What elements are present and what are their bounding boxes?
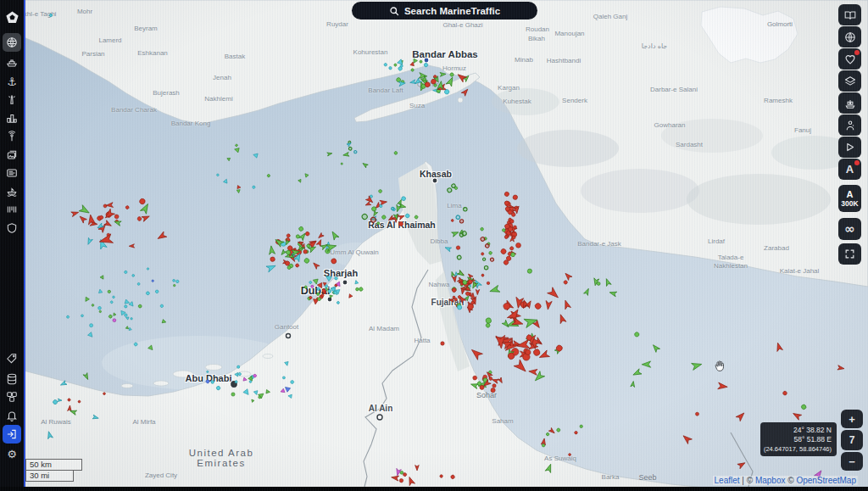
- vessel-marker: [504, 235, 509, 239]
- database-icon[interactable]: [3, 370, 21, 388]
- vessel-marker: [148, 345, 154, 351]
- ports-anchor-icon[interactable]: ⚓: [3, 72, 21, 91]
- guide-book-icon[interactable]: [838, 4, 861, 25]
- vessel-marker: [481, 274, 485, 277]
- vessel-marker: [86, 237, 92, 245]
- vessel-marker: [393, 63, 397, 66]
- tag-icon[interactable]: [3, 349, 21, 368]
- vessel-marker: [216, 173, 220, 176]
- vessel-marker: [359, 287, 364, 292]
- vessel-marker: [440, 72, 446, 76]
- map-globe-icon[interactable]: [3, 33, 21, 52]
- stations-antenna-icon[interactable]: [3, 127, 21, 146]
- vessel-marker: [251, 399, 254, 402]
- news-card-icon[interactable]: [3, 164, 21, 182]
- vessel-marker: [459, 220, 464, 224]
- vessel-marker: [155, 289, 159, 293]
- vessels-icon[interactable]: [3, 53, 21, 72]
- vessel-marker: [139, 198, 147, 205]
- layers-icon[interactable]: [838, 70, 861, 92]
- play-icon[interactable]: [838, 137, 861, 158]
- vessel-marker: [285, 361, 289, 365]
- vessel-marker: [100, 276, 105, 281]
- zoom-in-button[interactable]: +: [841, 410, 863, 428]
- vessel-marker: [423, 63, 428, 68]
- vessel-count-value: 300K: [841, 199, 858, 208]
- vessel-marker: [103, 204, 108, 209]
- vessel-marker: [137, 282, 140, 285]
- vessel-marker: [92, 304, 94, 306]
- map-toolbar: A A 300K ∞: [838, 0, 861, 288]
- data-barcode-icon[interactable]: [3, 200, 21, 219]
- globe-icon[interactable]: [838, 26, 861, 47]
- vessel-marker: [449, 72, 454, 77]
- vessel-marker: [642, 361, 651, 368]
- openstreetmap-link[interactable]: OpenStreetMap: [796, 476, 856, 485]
- vessel-markers-layer[interactable]: [0, 0, 868, 487]
- vessel-marker: [545, 463, 554, 472]
- vessel-marker: [234, 147, 239, 152]
- vessel-marker: [564, 271, 572, 280]
- infinity-icon[interactable]: ∞: [838, 218, 861, 240]
- vessel-marker: [113, 312, 116, 315]
- protect-shield-icon[interactable]: [3, 219, 21, 237]
- fullscreen-icon[interactable]: [838, 243, 861, 265]
- settings-gear-icon[interactable]: ⚙: [3, 444, 21, 463]
- vessel-marker: [131, 317, 133, 320]
- vessel-marker: [737, 460, 747, 469]
- vessel-marker: [419, 73, 427, 80]
- vessel-marker: [415, 215, 419, 219]
- mapbox-link[interactable]: Mapbox: [755, 476, 786, 485]
- vessel-marker: [156, 232, 166, 241]
- vessel-marker: [236, 365, 240, 369]
- vessel-marker: [316, 287, 320, 291]
- vessel-marker: [59, 381, 67, 388]
- notifications-bell-icon[interactable]: [3, 406, 21, 425]
- vessel-marker: [90, 324, 93, 327]
- vessel-marker: [331, 258, 337, 265]
- vessel-marker: [509, 246, 515, 251]
- vessel-marker: [441, 342, 444, 345]
- marinetraffic-logo[interactable]: [3, 8, 21, 26]
- vessel-marker: [313, 279, 319, 285]
- vessel-marker: [173, 284, 175, 287]
- vessel-marker: [282, 377, 285, 379]
- vessel-marker: [58, 399, 62, 402]
- photos-icon[interactable]: [3, 146, 21, 165]
- voyage-ship-icon[interactable]: [3, 182, 21, 201]
- vessel-marker: [394, 151, 398, 155]
- favorites-heart-icon[interactable]: [838, 48, 861, 70]
- fleet-filter-icon[interactable]: [838, 92, 861, 114]
- vessel-marker: [146, 291, 150, 295]
- vessel-marker: [488, 251, 492, 255]
- vessel-marker: [231, 393, 235, 396]
- search-label: Search MarineTraffic: [404, 6, 500, 16]
- login-icon[interactable]: [3, 425, 21, 444]
- person-icon[interactable]: [838, 114, 861, 136]
- vessel-marker: [67, 398, 70, 401]
- vessel-marker: [454, 187, 458, 190]
- vessel-count-indicator[interactable]: A 300K: [838, 185, 861, 212]
- vessel-marker: [83, 373, 90, 381]
- vessel-marker: [325, 274, 331, 282]
- vessel-marker: [160, 304, 164, 308]
- vessel-marker: [288, 394, 292, 399]
- vessel-marker: [489, 285, 500, 294]
- vessel-marker: [546, 432, 550, 437]
- lights-icon[interactable]: [3, 90, 21, 109]
- fleets-dice-icon[interactable]: [3, 388, 21, 406]
- coordinate-lon: 58° 51.88 E: [760, 435, 832, 444]
- vessel-marker: [236, 190, 240, 193]
- leaflet-link[interactable]: Leaflet: [715, 476, 740, 485]
- nav-aids-icon[interactable]: A: [838, 159, 861, 180]
- vessel-count-letter: A: [847, 190, 854, 199]
- search-bar[interactable]: Search MarineTraffic: [352, 2, 537, 20]
- vessel-marker: [377, 222, 380, 225]
- vessel-marker: [84, 297, 90, 302]
- vessel-marker: [103, 209, 115, 220]
- vessel-marker: [513, 195, 518, 200]
- vessel-marker: [268, 245, 275, 254]
- map-canvas[interactable]: Nakhl-e TaghiMohrBeyramLamerdParsianEshk…: [0, 0, 868, 487]
- port-facilities-icon[interactable]: [3, 109, 21, 127]
- zoom-out-button[interactable]: −: [841, 452, 863, 471]
